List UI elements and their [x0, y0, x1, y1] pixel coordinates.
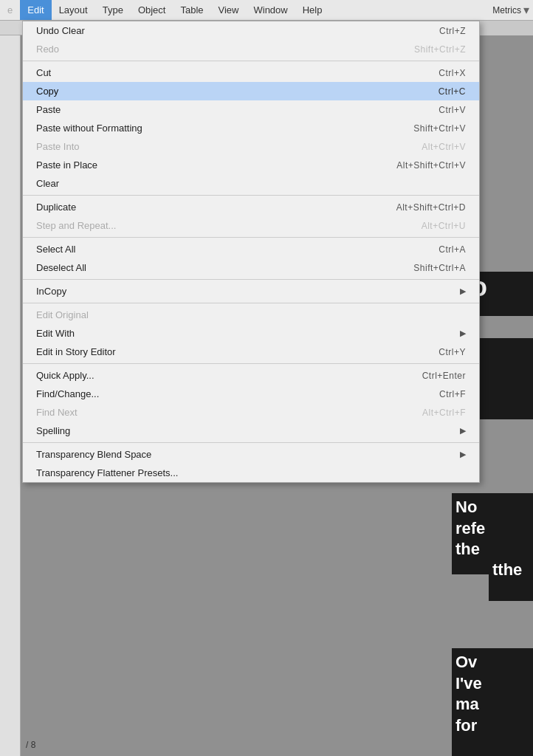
tthe-panel: tthe [489, 557, 533, 601]
menu-item-clear-label: Clear [36, 178, 59, 189]
menu-item-spelling-arrow: ▶ [460, 426, 466, 436]
menu-item-paste-shortcut: Ctrl+V [439, 105, 466, 115]
menu-item-incopy[interactable]: InCopy ▶ [23, 282, 479, 300]
menu-item-paste-into-shortcut: Alt+Ctrl+V [422, 142, 466, 152]
menu-item-edit-in-story-editor-label: Edit in Story Editor [36, 346, 116, 357]
menu-item-redo[interactable]: Redo Shift+Ctrl+Z [23, 40, 479, 58]
menu-item-deselect-all[interactable]: Deselect All Shift+Ctrl+A [23, 258, 479, 277]
menu-item-quick-apply[interactable]: Quick Apply... Ctrl+Enter [23, 366, 479, 385]
menu-item-select-all-shortcut: Ctrl+A [439, 244, 466, 255]
menu-item-paste-in-place-shortcut: Alt+Shift+Ctrl+V [396, 160, 466, 171]
page-number: / 8 [26, 740, 35, 750]
menu-item-find-change-shortcut: Ctrl+F [439, 389, 466, 399]
menu-item-incopy-label: InCopy [36, 286, 66, 297]
menu-item-step-and-repeat-shortcut: Alt+Ctrl+U [422, 221, 466, 231]
menu-item-edit-with[interactable]: Edit With ▶ [23, 324, 479, 343]
menu-item-find-next[interactable]: Find Next Alt+Ctrl+F [23, 403, 479, 422]
menu-item-undo-clear-shortcut: Ctrl+Z [439, 26, 466, 36]
menu-item-paste-in-place[interactable]: Paste in Place Alt+Shift+Ctrl+V [23, 156, 479, 174]
separator-4 [23, 279, 479, 280]
menu-item-transparency-flattener-presets[interactable]: Transparency Flattener Presets... [23, 464, 479, 482]
panel-4-line4: for [455, 715, 529, 737]
panel-4-line3: ma [455, 694, 529, 715]
menu-item-cut-shortcut: Ctrl+X [439, 68, 466, 78]
menu-item-find-change[interactable]: Find/Change... Ctrl+F [23, 385, 479, 403]
menu-item-transparency-blend-space-arrow: ▶ [460, 450, 466, 459]
menu-item-step-and-repeat[interactable]: Step and Repeat... Alt+Ctrl+U [23, 216, 479, 235]
menu-bar-item-view[interactable]: View [211, 0, 247, 20]
menu-item-duplicate-shortcut: Alt+Shift+Ctrl+D [396, 202, 466, 213]
black-panel-4: Ov I've ma for [452, 648, 533, 756]
menu-item-edit-original-label: Edit Original [36, 309, 89, 320]
menu-item-deselect-all-shortcut: Shift+Ctrl+A [413, 263, 466, 273]
menu-item-undo-clear-label: Undo Clear [36, 25, 85, 36]
separator-1 [23, 61, 479, 61]
menu-bar-item-type[interactable]: Type [95, 0, 131, 20]
panel-3-line2: refe [455, 518, 529, 540]
menu-item-find-change-label: Find/Change... [36, 388, 99, 399]
menu-item-edit-with-arrow: ▶ [460, 329, 466, 338]
menu-item-spelling-label: Spelling [36, 425, 70, 436]
menu-item-edit-original[interactable]: Edit Original [23, 306, 479, 324]
menu-item-paste-without-formatting-label: Paste without Formatting [36, 123, 142, 134]
menu-item-duplicate-label: Duplicate [36, 202, 76, 213]
menu-bar-item-edit[interactable]: Edit [20, 0, 51, 20]
menu-item-incopy-arrow: ▶ [460, 286, 466, 296]
menu-item-copy[interactable]: Copy Ctrl+C [23, 82, 479, 100]
menu-item-deselect-all-label: Deselect All [36, 262, 86, 273]
menu-item-cut[interactable]: Cut Ctrl+X [23, 63, 479, 82]
menu-item-paste-without-formatting[interactable]: Paste without Formatting Shift+Ctrl+V [23, 119, 479, 137]
menu-item-transparency-blend-space[interactable]: Transparency Blend Space ▶ [23, 445, 479, 464]
metrics-label: Metrics [492, 5, 521, 16]
menu-bar-item-object[interactable]: Object [131, 0, 173, 20]
menu-item-quick-apply-shortcut: Ctrl+Enter [422, 371, 466, 381]
menu-item-paste-in-place-label: Paste in Place [36, 159, 97, 171]
menu-item-cut-label: Cut [36, 67, 51, 78]
menu-item-duplicate[interactable]: Duplicate Alt+Shift+Ctrl+D [23, 198, 479, 216]
menu-item-paste-into-label: Paste Into [36, 141, 80, 152]
menu-item-clear[interactable]: Clear [23, 174, 479, 193]
menu-bar: e Edit Layout Type Object Table View Win… [0, 0, 533, 21]
menu-item-copy-label: Copy [36, 86, 58, 97]
separator-7 [23, 442, 479, 443]
menu-bar-item-table[interactable]: Table [173, 0, 210, 20]
separator-6 [23, 363, 479, 364]
separator-3 [23, 237, 479, 238]
menu-item-select-all-label: Select All [36, 244, 75, 255]
menu-bar-item-edge[interactable]: e [0, 0, 20, 20]
menu-item-paste-into[interactable]: Paste Into Alt+Ctrl+V [23, 137, 479, 156]
menu-item-edit-with-label: Edit With [36, 328, 75, 339]
menu-bar-item-window[interactable]: Window [246, 0, 295, 20]
metrics-dropdown-icon[interactable]: ▾ [523, 3, 529, 17]
edit-dropdown-menu: Undo Clear Ctrl+Z Redo Shift+Ctrl+Z Cut … [22, 21, 480, 483]
menu-item-transparency-blend-space-label: Transparency Blend Space [36, 449, 151, 460]
menu-item-edit-in-story-editor[interactable]: Edit in Story Editor Ctrl+Y [23, 343, 479, 361]
menu-item-edit-in-story-editor-shortcut: Ctrl+Y [439, 347, 466, 357]
menu-item-redo-label: Redo [36, 44, 59, 55]
menu-item-spelling[interactable]: Spelling ▶ [23, 422, 479, 440]
menu-item-find-next-label: Find Next [36, 407, 78, 418]
menu-item-paste-without-formatting-shortcut: Shift+Ctrl+V [413, 123, 466, 134]
menu-item-select-all[interactable]: Select All Ctrl+A [23, 240, 479, 258]
menu-item-transparency-flattener-presets-label: Transparency Flattener Presets... [36, 467, 178, 478]
menu-bar-item-layout[interactable]: Layout [52, 0, 95, 20]
tthe-text: tthe [492, 560, 522, 579]
menu-bar-item-help[interactable]: Help [295, 0, 330, 20]
panel-4-line1: Ov [455, 652, 529, 673]
menu-item-step-and-repeat-label: Step and Repeat... [36, 220, 116, 231]
menu-item-copy-shortcut: Ctrl+C [439, 86, 466, 97]
menu-item-redo-shortcut: Shift+Ctrl+Z [414, 44, 466, 55]
panel-3-line1: No [455, 497, 529, 518]
tools-sidebar [0, 35, 21, 756]
menu-item-quick-apply-label: Quick Apply... [36, 370, 94, 381]
menu-item-undo-clear[interactable]: Undo Clear Ctrl+Z [23, 21, 479, 40]
separator-2 [23, 195, 479, 196]
menu-item-paste-label: Paste [36, 104, 61, 115]
panel-4-line2: I've [455, 673, 529, 695]
menu-item-find-next-shortcut: Alt+Ctrl+F [422, 408, 466, 418]
separator-5 [23, 303, 479, 303]
menu-item-paste[interactable]: Paste Ctrl+V [23, 100, 479, 119]
